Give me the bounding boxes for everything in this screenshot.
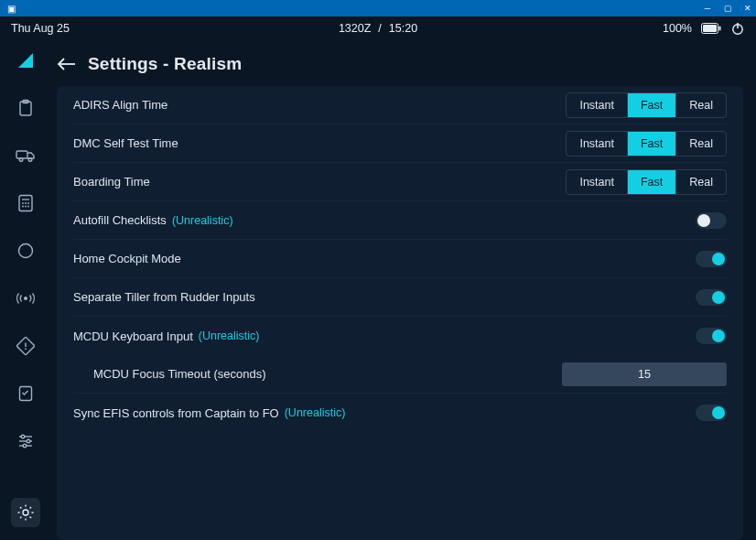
label-tiller: Separate Tiller from Rudder Inputs [73, 290, 255, 304]
svg-point-12 [22, 202, 24, 204]
warning-icon [16, 337, 35, 355]
tag-mcdu: (Unrealistic) [199, 329, 260, 342]
toggle-mcdu[interactable] [696, 328, 727, 344]
checklist-icon [16, 384, 35, 403]
truck-icon [16, 147, 36, 164]
svg-rect-5 [20, 102, 31, 115]
toggle-efis[interactable] [696, 405, 727, 421]
svg-point-19 [24, 297, 27, 300]
svg-point-8 [19, 158, 23, 162]
maximize-button[interactable]: ▢ [723, 4, 732, 13]
label-dmc: DMC Self Test Time [73, 136, 178, 150]
row-autofill-checklists: Autofill Checklists (Unrealistic) [73, 201, 727, 240]
seg-boarding-instant[interactable]: Instant [567, 170, 627, 194]
sidebar-item-navigation[interactable] [11, 236, 40, 265]
back-button[interactable] [57, 56, 77, 72]
seg-adirs-fast[interactable]: Fast [627, 93, 675, 117]
toggle-autofill[interactable] [696, 212, 727, 229]
sidebar-item-performance[interactable] [11, 189, 40, 218]
sidebar [0, 40, 51, 540]
row-mcdu-keyboard: MCDU Keyboard Input (Unrealistic) [73, 317, 727, 355]
row-sync-efis: Sync EFIS controls from Captain to FO (U… [73, 394, 727, 432]
sliders-icon [16, 433, 35, 449]
svg-point-16 [25, 206, 27, 208]
seg-dmc-real[interactable]: Real [675, 132, 726, 156]
app-titlebar-icon: ▣ [7, 4, 16, 14]
svg-point-30 [23, 510, 28, 515]
label-homecockpit: Home Cockpit Mode [73, 252, 181, 265]
row-mcdu-timeout: MCDU Focus Timeout (seconds) [73, 355, 727, 394]
seg-adirs-real[interactable]: Real [675, 93, 726, 117]
gear-icon [16, 503, 35, 522]
svg-point-17 [27, 206, 29, 208]
svg-point-14 [27, 202, 29, 204]
settings-panel: ADIRS Align Time Instant Fast Real DMC S… [57, 86, 743, 540]
clipboard-icon [16, 99, 35, 117]
status-zulu-time: 1320Z [339, 22, 371, 35]
svg-rect-2 [719, 27, 721, 31]
power-button[interactable] [730, 21, 745, 36]
status-time-sep: / [378, 22, 381, 35]
sidebar-item-atc[interactable] [11, 284, 40, 313]
radio-icon [16, 290, 36, 307]
app-logo-icon [15, 49, 37, 71]
status-bar: Thu Aug 25 1320Z / 15:20 100% [0, 16, 756, 40]
toggle-tiller[interactable] [696, 289, 727, 306]
row-separate-tiller: Separate Tiller from Rudder Inputs [73, 278, 727, 317]
status-local-time: 15:20 [389, 22, 417, 35]
arrow-left-icon [57, 56, 77, 72]
svg-point-27 [27, 439, 30, 443]
row-adirs-align-time: ADIRS Align Time Instant Fast Real [73, 86, 727, 124]
sidebar-item-failures[interactable] [11, 331, 40, 361]
seg-adirs: Instant Fast Real [566, 92, 727, 118]
seg-adirs-instant[interactable]: Instant [567, 93, 627, 117]
svg-point-18 [19, 244, 33, 258]
window-titlebar: ▣ ─ ▢ ✕ [0, 0, 756, 16]
sidebar-item-presets[interactable] [11, 427, 40, 456]
page-title: Settings - Realism [88, 54, 242, 74]
svg-point-29 [23, 444, 27, 448]
toggle-homecockpit[interactable] [696, 251, 727, 267]
sidebar-item-dispatch[interactable] [11, 93, 40, 123]
sidebar-item-settings[interactable] [11, 498, 40, 527]
status-date: Thu Aug 25 [11, 22, 70, 35]
battery-icon [701, 23, 721, 34]
label-boarding: Boarding Time [73, 175, 150, 189]
tag-autofill: (Unrealistic) [172, 214, 233, 227]
label-autofill: Autofill Checklists [73, 213, 167, 227]
calculator-icon [17, 194, 34, 212]
seg-boarding-real[interactable]: Real [675, 170, 726, 194]
svg-point-9 [28, 158, 32, 162]
minimize-button[interactable]: ─ [703, 4, 712, 13]
label-mcdu: MCDU Keyboard Input [73, 329, 193, 343]
seg-boarding-fast[interactable]: Fast [627, 170, 675, 194]
label-efis: Sync EFIS controls from Captain to FO [73, 406, 279, 420]
label-mcdu-timeout: MCDU Focus Timeout (seconds) [93, 367, 266, 381]
svg-point-13 [25, 202, 27, 204]
sidebar-item-ground[interactable] [11, 141, 40, 170]
seg-dmc-fast[interactable]: Fast [627, 132, 675, 156]
input-mcdu-timeout[interactable] [562, 362, 727, 386]
label-adirs: ADIRS Align Time [73, 98, 167, 112]
row-home-cockpit: Home Cockpit Mode [73, 240, 727, 278]
close-button[interactable]: ✕ [743, 4, 752, 13]
svg-rect-7 [16, 151, 27, 158]
svg-point-22 [25, 348, 27, 350]
svg-rect-1 [703, 25, 717, 32]
seg-dmc: Instant Fast Real [566, 131, 727, 157]
page-header: Settings - Realism [57, 46, 743, 82]
compass-icon [16, 242, 35, 260]
seg-dmc-instant[interactable]: Instant [567, 132, 627, 156]
seg-boarding: Instant Fast Real [566, 169, 727, 195]
row-dmc-self-test: DMC Self Test Time Instant Fast Real [73, 124, 727, 163]
battery-percent: 100% [663, 22, 692, 35]
tag-efis: (Unrealistic) [285, 406, 346, 419]
svg-point-25 [21, 435, 25, 438]
row-boarding-time: Boarding Time Instant Fast Real [73, 163, 727, 201]
svg-point-15 [22, 206, 24, 208]
sidebar-item-checklists[interactable] [11, 379, 40, 408]
